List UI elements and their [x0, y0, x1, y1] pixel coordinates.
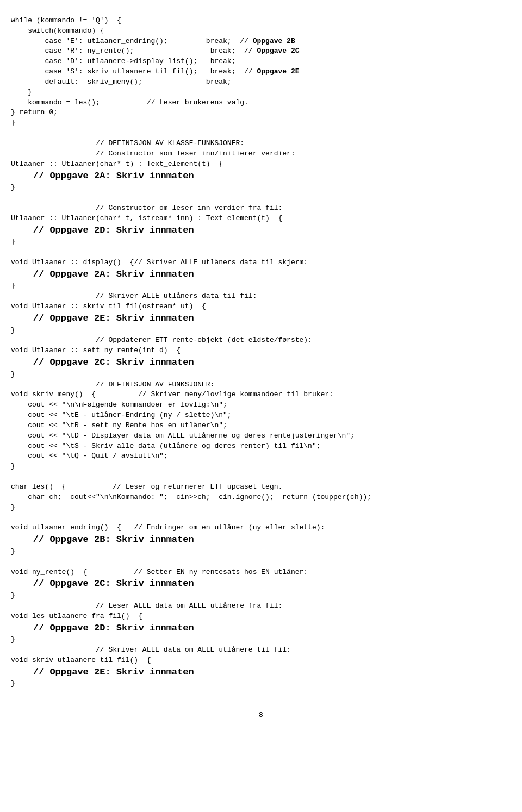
page-number: 8 — [259, 711, 263, 719]
line-after-2c-2: } // Leser ALLE data om ALLE utlånere fr… — [11, 591, 282, 620]
line-after-2d-1: } void Utlaaner :: display() {// Skriver… — [11, 238, 308, 266]
task-2e-2: // Oppgave 2E: Skriv innmaten — [11, 667, 194, 677]
line-after-2e-1: } // Oppdaterer ETT rente-objekt (det el… — [11, 326, 312, 355]
line-after-2b-1: } void ny_rente() { // Setter EN ny rent… — [11, 547, 308, 576]
line-after-2a-1: } // Constructor om leser inn verdier fr… — [11, 183, 282, 222]
task-2d-2: // Oppgave 2D: Skriv innmaten — [11, 623, 194, 633]
line-1: while (kommando != 'Q') { switch(kommand… — [11, 16, 300, 168]
line-after-2a-2: } // Skriver ALLE utlåners data til fil:… — [11, 282, 257, 310]
line-after-2c-1: } // DEFINISJON AV FUNKSJONER: void skri… — [11, 370, 371, 532]
task-2d-1: // Oppgave 2D: Skriv innmaten — [11, 225, 194, 235]
task-2a-2: // Oppgave 2A: Skriv innmaten — [11, 269, 194, 279]
code-document: while (kommando != 'Q') { switch(kommand… — [11, 5, 511, 699]
task-2a-1: // Oppgave 2A: Skriv innmaten — [11, 171, 194, 181]
task-2c-1: // Oppgave 2C: Skriv innmaten — [11, 357, 194, 367]
page-number-container: 8 — [11, 710, 511, 721]
line-after-2d-2: } // Skriver ALLE data om ALLE utlånere … — [11, 635, 291, 664]
code-content: while (kommando != 'Q') { switch(kommand… — [11, 5, 511, 699]
line-after-2e-2: } — [11, 679, 15, 688]
task-2e-1: // Oppgave 2E: Skriv innmaten — [11, 313, 194, 323]
task-2b-1: // Oppgave 2B: Skriv innmaten — [11, 534, 194, 545]
task-2c-2: // Oppgave 2C: Skriv innmaten — [11, 578, 194, 589]
